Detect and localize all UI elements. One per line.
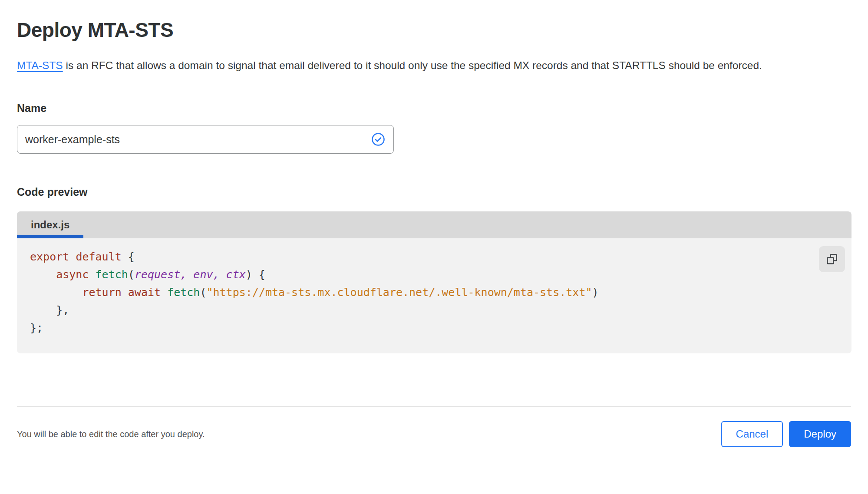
name-input[interactable]	[17, 125, 394, 154]
name-label: Name	[17, 102, 851, 115]
deploy-button[interactable]: Deploy	[789, 421, 851, 447]
tab-label: index.js	[31, 219, 69, 231]
code-preview-card: index.js export default { async fetch(re…	[17, 211, 851, 353]
code-tab-bar: index.js	[17, 211, 851, 238]
check-circle-icon	[371, 132, 385, 146]
copy-code-button[interactable]	[819, 246, 845, 272]
description: MTA-STS is an RFC that allows a domain t…	[17, 56, 851, 75]
code-line: export default {	[30, 248, 812, 266]
mta-sts-link[interactable]: MTA-STS	[17, 59, 63, 71]
code-line: return await fetch("https://mta-sts.mx.c…	[30, 283, 812, 301]
code-line: },	[30, 301, 812, 319]
copy-icon	[826, 253, 838, 265]
tab-index-js[interactable]: index.js	[17, 211, 83, 238]
footer-actions: Cancel Deploy	[721, 421, 851, 447]
code-line: async fetch(request, env, ctx) {	[30, 266, 812, 283]
description-text: is an RFC that allows a domain to signal…	[63, 59, 762, 71]
code-lines: export default { async fetch(request, en…	[30, 248, 812, 337]
footer: You will be able to edit the code after …	[17, 407, 851, 447]
footer-note: You will be able to edit the code after …	[17, 429, 205, 439]
cancel-button[interactable]: Cancel	[721, 421, 783, 447]
name-input-wrap	[17, 125, 394, 154]
deploy-mta-sts-page: Deploy MTA-STS MTA-STS is an RFC that al…	[0, 0, 868, 447]
code-preview-label: Code preview	[17, 186, 851, 198]
code-block: export default { async fetch(request, en…	[17, 238, 851, 353]
page-title: Deploy MTA-STS	[17, 18, 851, 42]
code-line: };	[30, 319, 812, 337]
